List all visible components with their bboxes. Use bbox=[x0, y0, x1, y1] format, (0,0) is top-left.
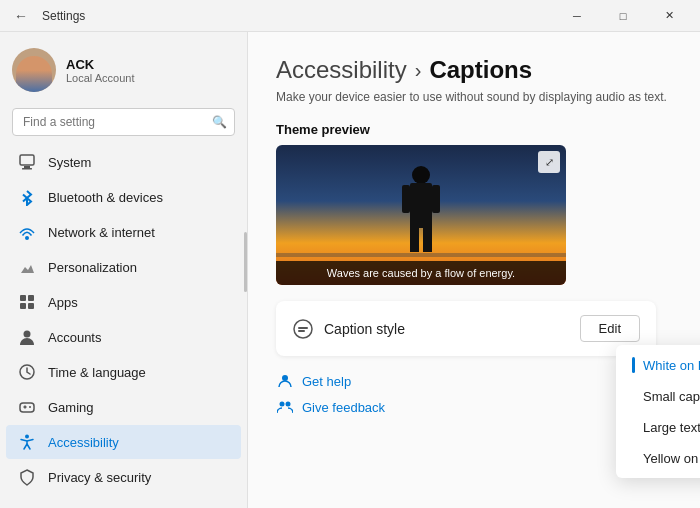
sidebar-item-label-gaming: Gaming bbox=[48, 400, 94, 415]
caption-style-dropdown: White on blackSmall capsLarge textYellow… bbox=[616, 345, 700, 478]
sidebar-item-label-personalization: Personalization bbox=[48, 260, 137, 275]
svg-rect-6 bbox=[20, 303, 26, 309]
person-silhouette-svg bbox=[396, 165, 446, 255]
svg-rect-18 bbox=[432, 185, 440, 213]
title-bar-controls: ─ □ ✕ bbox=[554, 0, 692, 32]
dropdown-item-yellow-on-blue[interactable]: Yellow on blue bbox=[616, 443, 700, 474]
get-help-link[interactable]: Get help bbox=[276, 368, 672, 394]
sidebar-scrollbar[interactable] bbox=[244, 232, 247, 292]
selected-indicator bbox=[632, 357, 635, 373]
caption-style-card: Caption style Edit White on blackSmall c… bbox=[276, 301, 656, 356]
network-icon bbox=[18, 223, 36, 241]
sidebar-item-accessibility[interactable]: Accessibility bbox=[6, 425, 241, 459]
system-icon bbox=[18, 153, 36, 171]
bluetooth-icon bbox=[18, 188, 36, 206]
maximize-button[interactable]: □ bbox=[600, 0, 646, 32]
svg-rect-7 bbox=[28, 303, 34, 309]
sidebar-item-apps[interactable]: Apps bbox=[6, 285, 241, 319]
sidebar-item-label-privacy: Privacy & security bbox=[48, 470, 151, 485]
horizon-line bbox=[276, 253, 566, 257]
caption-bar: Waves are caused by a flow of energy. bbox=[276, 261, 566, 285]
svg-rect-20 bbox=[298, 327, 308, 329]
apps-icon bbox=[18, 293, 36, 311]
svg-rect-4 bbox=[20, 295, 26, 301]
caption-style-label: Caption style bbox=[324, 321, 405, 337]
svg-rect-0 bbox=[20, 155, 34, 165]
title-bar-title: Settings bbox=[42, 9, 85, 23]
search-box: 🔍 bbox=[12, 108, 235, 136]
sidebar-item-bluetooth[interactable]: Bluetooth & devices bbox=[6, 180, 241, 214]
user-type: Local Account bbox=[66, 72, 135, 84]
svg-point-22 bbox=[282, 375, 288, 381]
sidebar-item-privacy[interactable]: Privacy & security bbox=[6, 460, 241, 494]
sidebar-item-label-time: Time & language bbox=[48, 365, 146, 380]
search-icon: 🔍 bbox=[212, 115, 227, 129]
person-icon bbox=[277, 373, 293, 389]
get-help-icon bbox=[276, 372, 294, 390]
sidebar-item-label-network: Network & internet bbox=[48, 225, 155, 240]
expand-preview-button[interactable]: ⤢ bbox=[538, 151, 560, 173]
content-area: Accessibility › Captions Make your devic… bbox=[248, 32, 700, 508]
caption-style-icon bbox=[292, 318, 314, 340]
sidebar-item-network[interactable]: Network & internet bbox=[6, 215, 241, 249]
dropdown-item-white-on-black[interactable]: White on black bbox=[616, 349, 700, 381]
sidebar-item-time[interactable]: Time & language bbox=[6, 355, 241, 389]
svg-point-12 bbox=[25, 435, 29, 439]
breadcrumb: Accessibility › Captions bbox=[276, 56, 672, 84]
breadcrumb-parent: Accessibility bbox=[276, 56, 407, 84]
sidebar-item-system[interactable]: System bbox=[6, 145, 241, 179]
caption-text: Waves are caused by a flow of energy. bbox=[327, 267, 515, 279]
svg-rect-10 bbox=[20, 403, 34, 412]
sidebar: ACK Local Account 🔍 System Bluetooth & d… bbox=[0, 32, 248, 508]
title-bar: ← Settings ─ □ ✕ bbox=[0, 0, 700, 32]
accessibility-icon bbox=[18, 433, 36, 451]
breadcrumb-current: Captions bbox=[429, 56, 532, 84]
svg-point-13 bbox=[412, 166, 430, 184]
sidebar-item-label-apps: Apps bbox=[48, 295, 78, 310]
user-info: ACK Local Account bbox=[66, 57, 135, 84]
footer-links: Get help Give feedback bbox=[276, 368, 672, 420]
accounts-icon bbox=[18, 328, 36, 346]
close-button[interactable]: ✕ bbox=[646, 0, 692, 32]
person-silhouette-container bbox=[396, 165, 446, 255]
user-name: ACK bbox=[66, 57, 135, 72]
svg-point-3 bbox=[25, 236, 29, 240]
give-feedback-link[interactable]: Give feedback bbox=[276, 394, 672, 420]
avatar-figure bbox=[16, 56, 52, 92]
sidebar-item-label-accounts: Accounts bbox=[48, 330, 101, 345]
svg-point-11 bbox=[29, 406, 31, 408]
dropdown-item-large-text[interactable]: Large text bbox=[616, 412, 700, 443]
page-description: Make your device easier to use without s… bbox=[276, 90, 672, 104]
svg-point-8 bbox=[24, 331, 31, 338]
get-help-label: Get help bbox=[302, 374, 351, 389]
personalization-icon bbox=[18, 258, 36, 276]
svg-rect-1 bbox=[24, 166, 30, 168]
svg-rect-5 bbox=[28, 295, 34, 301]
theme-preview-title: Theme preview bbox=[276, 122, 672, 137]
title-bar-left: ← Settings bbox=[8, 4, 85, 28]
user-profile: ACK Local Account bbox=[0, 32, 247, 104]
svg-rect-15 bbox=[410, 220, 419, 252]
time-icon bbox=[18, 363, 36, 381]
sidebar-item-accounts[interactable]: Accounts bbox=[6, 320, 241, 354]
search-input[interactable] bbox=[12, 108, 235, 136]
edit-caption-button[interactable]: Edit bbox=[580, 315, 640, 342]
sidebar-item-label-accessibility: Accessibility bbox=[48, 435, 119, 450]
svg-point-24 bbox=[286, 402, 291, 407]
svg-rect-2 bbox=[22, 168, 32, 170]
dropdown-item-small-caps[interactable]: Small caps bbox=[616, 381, 700, 412]
sidebar-item-personalization[interactable]: Personalization bbox=[6, 250, 241, 284]
nav-list: System Bluetooth & devices Network & int… bbox=[0, 144, 247, 495]
svg-rect-16 bbox=[423, 220, 432, 252]
avatar bbox=[12, 48, 56, 92]
sidebar-item-label-bluetooth: Bluetooth & devices bbox=[48, 190, 163, 205]
sidebar-item-label-system: System bbox=[48, 155, 91, 170]
sidebar-item-gaming[interactable]: Gaming bbox=[6, 390, 241, 424]
app-container: ACK Local Account 🔍 System Bluetooth & d… bbox=[0, 32, 700, 508]
back-button[interactable]: ← bbox=[8, 4, 34, 28]
svg-rect-17 bbox=[402, 185, 410, 213]
theme-preview-box: ⤢ Waves are caused by a flow of energy. bbox=[276, 145, 566, 285]
minimize-button[interactable]: ─ bbox=[554, 0, 600, 32]
svg-rect-21 bbox=[298, 330, 305, 332]
svg-point-23 bbox=[280, 402, 285, 407]
